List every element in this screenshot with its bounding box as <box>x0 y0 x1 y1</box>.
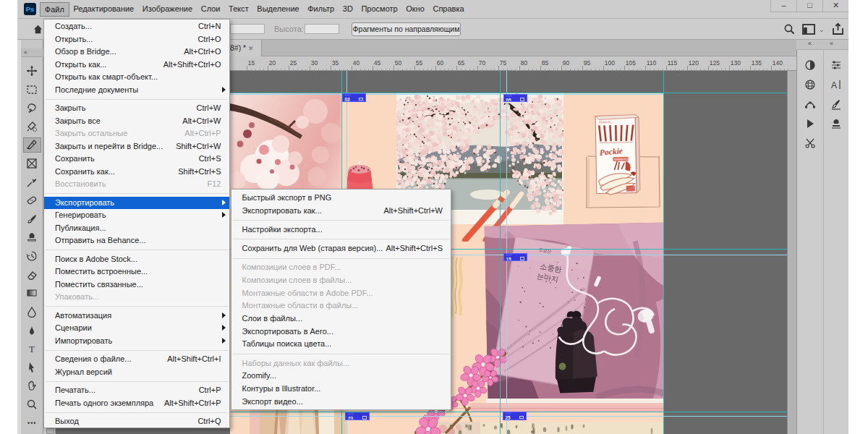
svg-text:Jilimeiln...: Jilimeiln... <box>598 120 613 124</box>
svg-text:A: A <box>831 80 837 90</box>
svg-text:BANANA FLAVOUR: BANANA FLAVOUR <box>614 158 635 161</box>
svg-text:T: T <box>29 344 35 354</box>
